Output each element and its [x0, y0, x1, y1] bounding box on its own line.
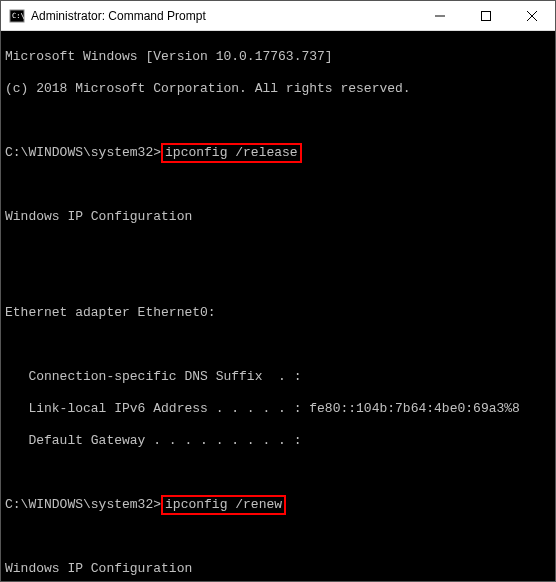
window-title: Administrator: Command Prompt	[31, 9, 417, 23]
prompt-line-1: C:\WINDOWS\system32>ipconfig /release	[5, 145, 551, 161]
close-button[interactable]	[509, 1, 555, 30]
prompt-text: C:\WINDOWS\system32>	[5, 497, 161, 512]
ipconfig-header-2: Windows IP Configuration	[5, 561, 551, 577]
command-release: ipconfig /release	[161, 143, 302, 163]
titlebar[interactable]: C:\ Administrator: Command Prompt	[1, 1, 555, 31]
minimize-button[interactable]	[417, 1, 463, 30]
ipconfig-header: Windows IP Configuration	[5, 209, 551, 225]
prompt-line-2: C:\WINDOWS\system32>ipconfig /renew	[5, 497, 551, 513]
command-prompt-window: C:\ Administrator: Command Prompt Micros…	[0, 0, 556, 582]
terminal-output[interactable]: Microsoft Windows [Version 10.0.17763.73…	[1, 31, 555, 581]
adapter-header: Ethernet adapter Ethernet0:	[5, 305, 551, 321]
command-renew: ipconfig /renew	[161, 495, 286, 515]
dns-suffix-line: Connection-specific DNS Suffix . :	[5, 369, 551, 385]
svg-text:C:\: C:\	[12, 12, 25, 20]
cmd-icon: C:\	[9, 8, 25, 24]
version-line: Microsoft Windows [Version 10.0.17763.73…	[5, 49, 551, 65]
gateway-line: Default Gateway . . . . . . . . . :	[5, 433, 551, 449]
maximize-button[interactable]	[463, 1, 509, 30]
link-local-line: Link-local IPv6 Address . . . . . : fe80…	[5, 401, 551, 417]
window-controls	[417, 1, 555, 30]
svg-rect-3	[482, 11, 491, 20]
copyright-line: (c) 2018 Microsoft Corporation. All righ…	[5, 81, 551, 97]
prompt-text: C:\WINDOWS\system32>	[5, 145, 161, 160]
